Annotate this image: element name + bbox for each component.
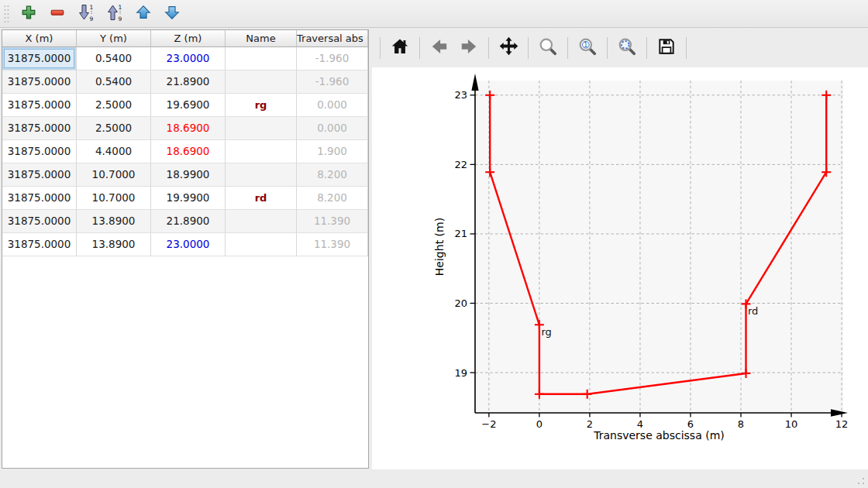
plot-navigation-toolbar: 1 [370,28,868,67]
row-edit-toolbar: 1 9 1 9 [0,0,868,28]
home-icon [390,36,410,60]
zoom-selection-button[interactable] [614,35,640,61]
x-tick-label: 10 [785,418,798,430]
cell-y[interactable]: 13.8900 [77,210,151,233]
cell-x[interactable]: 31875.0000 [2,210,77,233]
cell-y[interactable]: 0.5400 [77,47,151,70]
cell-x[interactable]: 31875.0000 [2,47,77,70]
cell-x[interactable]: 31875.0000 [2,117,77,140]
column-header-z[interactable]: Z (m) [151,30,226,47]
remove-row-button[interactable] [45,2,70,26]
cell-z[interactable]: 23.0000 [151,233,226,256]
sort-ascending-button[interactable]: 1 9 [74,2,98,26]
cell-name[interactable] [226,117,297,140]
cell-name[interactable] [226,233,297,256]
save-icon [656,36,677,60]
table-row: 31875.000010.700018.99008.200 [2,163,368,187]
cell-z[interactable]: 19.9900 [151,187,226,210]
cell-z[interactable]: 18.6900 [151,117,226,140]
cell-y[interactable]: 0.5400 [77,70,151,94]
home-button[interactable] [387,35,413,61]
cell-x[interactable]: 31875.0000 [2,233,77,256]
x-axis-label: Transverse abscissa (m) [593,429,725,442]
cell-y[interactable]: 4.4000 [77,140,151,163]
cell-name[interactable] [226,47,297,70]
pan-button[interactable] [495,35,522,61]
column-header-trav[interactable]: Traversal abs (m) [297,30,368,47]
cell-name[interactable] [226,70,297,94]
toolbar-separator [686,37,687,59]
cell-name[interactable]: rg [226,94,297,117]
back-button[interactable] [426,35,453,61]
cell-traversal-abs[interactable]: 1.900 [297,140,368,163]
profile-points-table: X (m)Y (m)Z (m)NameTraversal abs (m) 318… [2,29,369,469]
svg-text:9: 9 [90,15,94,22]
toolbar-separator [646,37,647,59]
cell-y[interactable]: 13.8900 [77,233,151,256]
column-header-name[interactable]: Name [226,30,297,47]
cell-name[interactable] [226,163,297,187]
x-tick-label: 0 [536,418,542,430]
cell-name[interactable]: rd [226,187,297,210]
x-tick-label: 6 [687,418,694,430]
y-tick-label: 21 [454,228,467,239]
sort-descending-button[interactable]: 1 9 [102,2,127,26]
cell-z[interactable]: 18.9900 [151,163,226,187]
move-row-down-button[interactable] [160,2,184,26]
sort-descending-1-9-icon: 1 9 [105,3,124,25]
x-tick-label: −2 [481,418,496,430]
toolbar-drag-handle[interactable] [3,4,10,24]
svg-text:1: 1 [119,4,122,11]
cell-traversal-abs[interactable]: 11.390 [297,233,368,256]
point-label-rd: rd [748,305,758,317]
column-header-x[interactable]: X (m) [2,30,77,47]
table-row: 31875.00002.500018.69000.000 [2,117,368,140]
sort-ascending-1-9-icon: 1 9 [77,3,95,25]
cell-x[interactable]: 31875.0000 [2,140,77,163]
add-row-icon [20,4,37,24]
cell-x[interactable]: 31875.0000 [2,187,77,210]
cell-name[interactable] [226,210,297,233]
toolbar-separator [528,37,529,59]
zoom-original-icon: 1 [577,36,598,60]
cell-z[interactable]: 21.8900 [151,210,226,233]
y-tick-label: 23 [454,89,467,101]
cell-name[interactable] [226,140,297,163]
cell-z[interactable]: 19.6900 [151,94,226,117]
profile-plot: −20246810121920212223Transverse abscissa… [372,67,868,469]
cell-z[interactable]: 18.6900 [151,140,226,163]
cell-y[interactable]: 10.7000 [77,163,151,187]
add-row-button[interactable] [16,2,41,26]
cell-x[interactable]: 31875.0000 [2,94,77,117]
svg-text:9: 9 [119,15,122,22]
cell-traversal-abs[interactable]: -1.960 [297,70,368,94]
cell-y[interactable]: 2.5000 [77,117,151,140]
zoom-original-button[interactable]: 1 [574,35,601,61]
zoom-button[interactable] [535,35,561,61]
cell-y[interactable]: 10.7000 [77,187,151,210]
table-header-row: X (m)Y (m)Z (m)NameTraversal abs (m) [2,30,368,47]
cell-z[interactable]: 23.0000 [151,47,226,70]
move-row-up-button[interactable] [131,2,156,26]
cell-x[interactable]: 31875.0000 [2,70,77,94]
cell-traversal-abs[interactable]: 8.200 [297,163,368,187]
column-header-y[interactable]: Y (m) [77,30,151,47]
y-tick-label: 20 [454,297,467,309]
cell-z[interactable]: 21.8900 [151,70,226,94]
table-row: 31875.00004.400018.69001.900 [2,140,368,163]
zoom-icon [538,36,558,60]
cell-traversal-abs[interactable]: 11.390 [297,210,368,233]
cell-traversal-abs[interactable]: 0.000 [297,117,368,140]
profile-plot-canvas[interactable]: −20246810121920212223Transverse abscissa… [372,67,868,469]
forward-button[interactable] [456,35,482,61]
cell-traversal-abs[interactable]: 0.000 [297,94,368,117]
cell-traversal-abs[interactable]: -1.960 [297,47,368,70]
window-resize-grip[interactable] [857,477,865,485]
remove-row-icon [49,4,66,24]
x-tick-label: 8 [738,418,744,430]
save-button[interactable] [653,35,680,61]
cell-traversal-abs[interactable]: 8.200 [297,187,368,210]
cell-y[interactable]: 2.5000 [77,94,151,117]
forward-arrow-icon [459,36,479,60]
cell-x[interactable]: 31875.0000 [2,163,77,187]
